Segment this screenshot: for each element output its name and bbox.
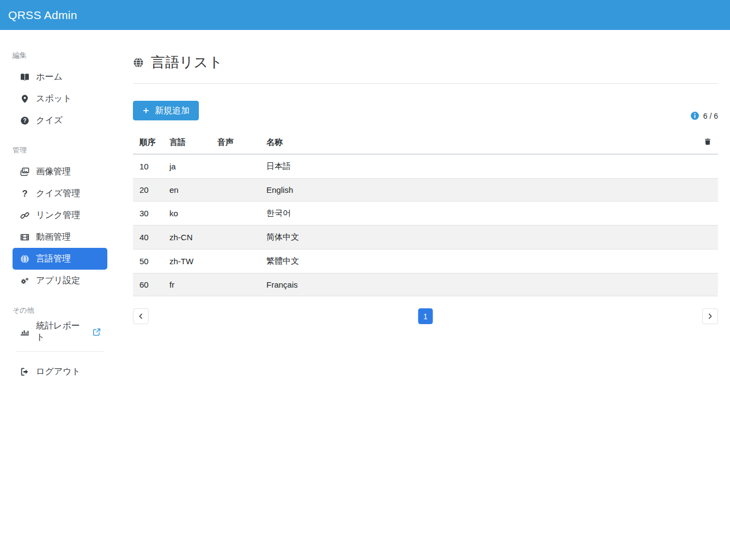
chevron-left-icon — [137, 313, 144, 320]
add-new-button-label: 新規追加 — [155, 105, 190, 117]
film-icon — [19, 233, 31, 242]
sidebar-item-label: 画像管理 — [36, 166, 71, 178]
book-open-icon — [19, 72, 31, 82]
column-header-audio: 音声 — [211, 132, 260, 154]
title-divider — [133, 83, 718, 84]
sidebar-item-label: クイズ — [36, 115, 63, 126]
sidebar-item-video-management[interactable]: 動画管理 — [13, 226, 107, 248]
cell-name: 한국어 — [260, 202, 685, 226]
page-title: 言語リスト — [133, 53, 718, 72]
cell-actions — [685, 273, 718, 296]
current-page-button[interactable]: 1 — [418, 308, 433, 324]
cell-language: zh-CN — [163, 226, 211, 249]
sidebar-item-label: ログアウト — [36, 366, 81, 378]
cell-order: 20 — [133, 179, 163, 202]
record-count-text: 6 / 6 — [703, 112, 718, 120]
sidebar-item-home[interactable]: ホーム — [13, 66, 107, 88]
chevron-right-icon — [707, 313, 714, 320]
sidebar-item-label: 言語管理 — [36, 253, 71, 265]
cell-order: 10 — [133, 154, 163, 179]
link-icon — [19, 211, 31, 220]
question-icon: ? — [19, 189, 31, 198]
sidebar-item-quiz-management[interactable]: ? クイズ管理 — [13, 182, 107, 204]
sidebar-item-image-management[interactable]: 画像管理 — [13, 161, 107, 182]
table-row[interactable]: 10 ja 日本語 — [133, 154, 718, 179]
sidebar-item-link-management[interactable]: リンク管理 — [13, 204, 107, 226]
sidebar-divider — [16, 351, 104, 352]
sidebar-item-quiz[interactable]: ? クイズ — [13, 109, 107, 131]
table-row[interactable]: 60 fr Français — [133, 273, 718, 296]
images-icon — [19, 167, 31, 176]
sidebar-item-label: 動画管理 — [36, 232, 71, 243]
app-header: QRSS Admin — [0, 0, 730, 30]
sidebar-item-logout[interactable]: ログアウト — [13, 361, 107, 382]
table-row[interactable]: 50 zh-TW 繁體中文 — [133, 249, 718, 273]
table-row[interactable]: 20 en English — [133, 179, 718, 202]
map-marker-icon — [19, 94, 31, 104]
page-title-text: 言語リスト — [151, 53, 223, 72]
cell-actions — [685, 202, 718, 226]
sidebar-item-label: リンク管理 — [36, 210, 80, 221]
cogs-icon — [19, 276, 31, 285]
table-row[interactable]: 40 zh-CN 简体中文 — [133, 226, 718, 249]
cell-audio — [211, 179, 260, 202]
info-icon — [690, 111, 699, 120]
sidebar-item-stats-report[interactable]: 統計レポート — [13, 321, 107, 343]
cell-name: Français — [260, 273, 685, 296]
question-circle-icon: ? — [19, 116, 31, 125]
column-header-language: 言語 — [163, 132, 211, 154]
cell-actions — [685, 179, 718, 202]
table-row[interactable]: 30 ko 한국어 — [133, 202, 718, 226]
sign-out-icon — [19, 367, 31, 376]
cell-order: 30 — [133, 202, 163, 226]
cell-language: en — [163, 179, 211, 202]
plus-icon — [142, 107, 150, 114]
cell-audio — [211, 154, 260, 179]
sidebar-section-label-edit: 編集 — [0, 51, 120, 60]
column-header-name: 名称 — [260, 132, 685, 154]
globe-icon — [133, 57, 144, 68]
main-content: 言語リスト 新規追加 6 / 6 順序 言語 音声 名称 — [133, 30, 718, 324]
sidebar-item-label: クイズ管理 — [36, 188, 80, 199]
cell-order: 60 — [133, 273, 163, 296]
cell-name: English — [260, 179, 685, 202]
cell-order: 50 — [133, 249, 163, 273]
sidebar-item-label: ホーム — [36, 71, 63, 83]
cell-audio — [211, 249, 260, 273]
sidebar: 編集 ホーム スポット ? クイズ 管理 画像管理 ? クイズ管理 リンク管 — [0, 30, 120, 560]
table-header-row: 順序 言語 音声 名称 — [133, 132, 718, 154]
cell-language: fr — [163, 273, 211, 296]
cell-actions — [685, 249, 718, 273]
add-new-button[interactable]: 新規追加 — [133, 101, 199, 120]
globe-icon — [19, 254, 31, 264]
cell-order: 40 — [133, 226, 163, 249]
cell-audio — [211, 202, 260, 226]
cell-name: 日本語 — [260, 154, 685, 179]
chart-bar-icon — [19, 327, 31, 337]
svg-text:?: ? — [23, 118, 26, 124]
sidebar-item-label: スポット — [36, 93, 72, 105]
pagination: 1 — [133, 308, 718, 324]
trash-icon[interactable] — [704, 137, 711, 146]
next-page-button[interactable] — [702, 308, 718, 324]
column-header-order: 順序 — [133, 132, 163, 154]
cell-name: 繁體中文 — [260, 249, 685, 273]
cell-actions — [685, 226, 718, 249]
cell-audio — [211, 226, 260, 249]
cell-audio — [211, 273, 260, 296]
svg-text:?: ? — [22, 189, 27, 198]
sidebar-item-spot[interactable]: スポット — [13, 88, 107, 109]
prev-page-button[interactable] — [133, 308, 149, 324]
cell-language: ko — [163, 202, 211, 226]
sidebar-item-app-settings[interactable]: アプリ設定 — [13, 270, 107, 291]
toolbar: 新規追加 6 / 6 — [133, 101, 718, 120]
cell-name: 简体中文 — [260, 226, 685, 249]
cell-language: ja — [163, 154, 211, 179]
sidebar-item-label: 統計レポート — [36, 320, 88, 343]
sidebar-section-label-manage: 管理 — [0, 145, 120, 155]
sidebar-section-label-other: その他 — [0, 306, 120, 315]
sidebar-item-language-management[interactable]: 言語管理 — [13, 248, 107, 270]
external-link-icon — [93, 328, 101, 336]
language-table: 順序 言語 音声 名称 10 ja 日本語 20 en — [133, 132, 718, 296]
sidebar-item-label: アプリ設定 — [36, 275, 80, 287]
